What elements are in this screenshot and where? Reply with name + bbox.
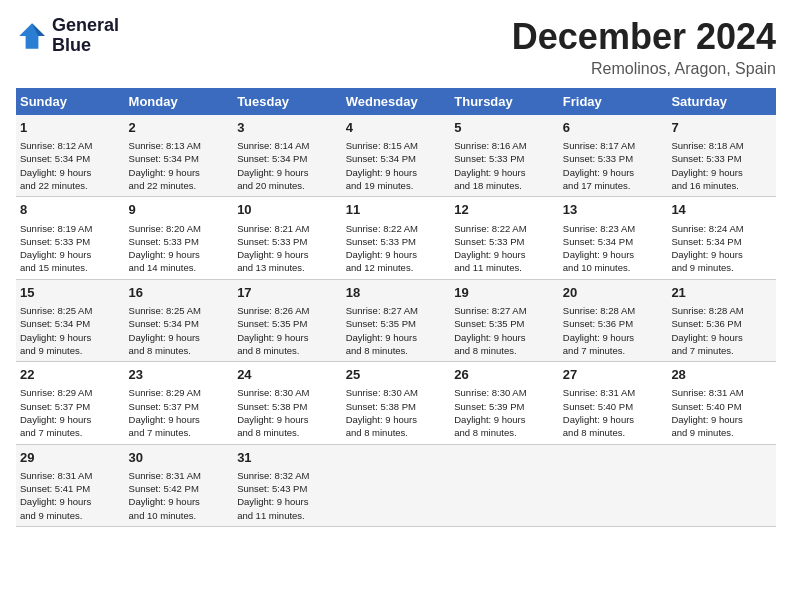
- day-number: 10: [237, 201, 338, 219]
- daylight-minutes: and 7 minutes.: [20, 427, 82, 438]
- sunrise-info: Sunrise: 8:18 AM: [671, 140, 743, 151]
- sunrise-info: Sunrise: 8:17 AM: [563, 140, 635, 151]
- calendar-week-row: 15Sunrise: 8:25 AMSunset: 5:34 PMDayligh…: [16, 279, 776, 361]
- calendar-cell: 14Sunrise: 8:24 AMSunset: 5:34 PMDayligh…: [667, 197, 776, 279]
- daylight-hours: Daylight: 9 hours: [237, 167, 308, 178]
- day-number: 11: [346, 201, 447, 219]
- sunset-info: Sunset: 5:33 PM: [671, 153, 741, 164]
- daylight-hours: Daylight: 9 hours: [129, 414, 200, 425]
- page-header: General Blue December 2024 Remolinos, Ar…: [16, 16, 776, 78]
- col-sunday: Sunday: [16, 88, 125, 115]
- sunrise-info: Sunrise: 8:28 AM: [563, 305, 635, 316]
- sunrise-info: Sunrise: 8:23 AM: [563, 223, 635, 234]
- day-number: 30: [129, 449, 230, 467]
- sunrise-info: Sunrise: 8:25 AM: [129, 305, 201, 316]
- daylight-hours: Daylight: 9 hours: [129, 496, 200, 507]
- logo-text: General Blue: [52, 16, 119, 56]
- daylight-minutes: and 22 minutes.: [129, 180, 197, 191]
- day-number: 19: [454, 284, 555, 302]
- sunset-info: Sunset: 5:34 PM: [129, 318, 199, 329]
- daylight-minutes: and 8 minutes.: [346, 427, 408, 438]
- logo: General Blue: [16, 16, 119, 56]
- sunset-info: Sunset: 5:34 PM: [20, 153, 90, 164]
- sunset-info: Sunset: 5:33 PM: [129, 236, 199, 247]
- day-number: 24: [237, 366, 338, 384]
- daylight-minutes: and 12 minutes.: [346, 262, 414, 273]
- daylight-hours: Daylight: 9 hours: [563, 332, 634, 343]
- daylight-minutes: and 13 minutes.: [237, 262, 305, 273]
- sunrise-info: Sunrise: 8:13 AM: [129, 140, 201, 151]
- sunset-info: Sunset: 5:34 PM: [563, 236, 633, 247]
- calendar-cell: [667, 444, 776, 526]
- day-number: 29: [20, 449, 121, 467]
- daylight-minutes: and 8 minutes.: [454, 345, 516, 356]
- sunset-info: Sunset: 5:35 PM: [237, 318, 307, 329]
- calendar-table: Sunday Monday Tuesday Wednesday Thursday…: [16, 88, 776, 527]
- calendar-cell: 21Sunrise: 8:28 AMSunset: 5:36 PMDayligh…: [667, 279, 776, 361]
- calendar-cell: 25Sunrise: 8:30 AMSunset: 5:38 PMDayligh…: [342, 362, 451, 444]
- sunset-info: Sunset: 5:40 PM: [563, 401, 633, 412]
- calendar-cell: 26Sunrise: 8:30 AMSunset: 5:39 PMDayligh…: [450, 362, 559, 444]
- sunrise-info: Sunrise: 8:12 AM: [20, 140, 92, 151]
- calendar-cell: [559, 444, 668, 526]
- sunset-info: Sunset: 5:33 PM: [20, 236, 90, 247]
- daylight-hours: Daylight: 9 hours: [237, 332, 308, 343]
- location-title: Remolinos, Aragon, Spain: [512, 60, 776, 78]
- daylight-minutes: and 8 minutes.: [129, 345, 191, 356]
- calendar-week-row: 1Sunrise: 8:12 AMSunset: 5:34 PMDaylight…: [16, 115, 776, 197]
- calendar-cell: 28Sunrise: 8:31 AMSunset: 5:40 PMDayligh…: [667, 362, 776, 444]
- sunrise-info: Sunrise: 8:31 AM: [20, 470, 92, 481]
- sunset-info: Sunset: 5:33 PM: [454, 153, 524, 164]
- daylight-minutes: and 20 minutes.: [237, 180, 305, 191]
- calendar-cell: 22Sunrise: 8:29 AMSunset: 5:37 PMDayligh…: [16, 362, 125, 444]
- day-number: 22: [20, 366, 121, 384]
- calendar-week-row: 22Sunrise: 8:29 AMSunset: 5:37 PMDayligh…: [16, 362, 776, 444]
- sunset-info: Sunset: 5:36 PM: [671, 318, 741, 329]
- day-number: 2: [129, 119, 230, 137]
- calendar-cell: 11Sunrise: 8:22 AMSunset: 5:33 PMDayligh…: [342, 197, 451, 279]
- day-number: 25: [346, 366, 447, 384]
- daylight-minutes: and 17 minutes.: [563, 180, 631, 191]
- daylight-hours: Daylight: 9 hours: [563, 167, 634, 178]
- daylight-hours: Daylight: 9 hours: [346, 249, 417, 260]
- daylight-minutes: and 22 minutes.: [20, 180, 88, 191]
- sunrise-info: Sunrise: 8:21 AM: [237, 223, 309, 234]
- day-number: 8: [20, 201, 121, 219]
- daylight-minutes: and 9 minutes.: [20, 510, 82, 521]
- col-monday: Monday: [125, 88, 234, 115]
- sunrise-info: Sunrise: 8:29 AM: [20, 387, 92, 398]
- daylight-hours: Daylight: 9 hours: [20, 167, 91, 178]
- daylight-minutes: and 8 minutes.: [454, 427, 516, 438]
- day-number: 27: [563, 366, 664, 384]
- title-area: December 2024 Remolinos, Aragon, Spain: [512, 16, 776, 78]
- day-number: 15: [20, 284, 121, 302]
- daylight-hours: Daylight: 9 hours: [671, 332, 742, 343]
- daylight-minutes: and 15 minutes.: [20, 262, 88, 273]
- sunset-info: Sunset: 5:33 PM: [237, 236, 307, 247]
- calendar-cell: 15Sunrise: 8:25 AMSunset: 5:34 PMDayligh…: [16, 279, 125, 361]
- sunrise-info: Sunrise: 8:31 AM: [563, 387, 635, 398]
- sunrise-info: Sunrise: 8:16 AM: [454, 140, 526, 151]
- daylight-hours: Daylight: 9 hours: [20, 496, 91, 507]
- daylight-minutes: and 11 minutes.: [454, 262, 522, 273]
- sunrise-info: Sunrise: 8:15 AM: [346, 140, 418, 151]
- sunrise-info: Sunrise: 8:22 AM: [454, 223, 526, 234]
- daylight-hours: Daylight: 9 hours: [129, 249, 200, 260]
- day-number: 17: [237, 284, 338, 302]
- daylight-minutes: and 9 minutes.: [671, 427, 733, 438]
- calendar-cell: 3Sunrise: 8:14 AMSunset: 5:34 PMDaylight…: [233, 115, 342, 197]
- day-number: 13: [563, 201, 664, 219]
- calendar-cell: 2Sunrise: 8:13 AMSunset: 5:34 PMDaylight…: [125, 115, 234, 197]
- daylight-minutes: and 8 minutes.: [346, 345, 408, 356]
- sunrise-info: Sunrise: 8:19 AM: [20, 223, 92, 234]
- calendar-cell: 12Sunrise: 8:22 AMSunset: 5:33 PMDayligh…: [450, 197, 559, 279]
- calendar-cell: 9Sunrise: 8:20 AMSunset: 5:33 PMDaylight…: [125, 197, 234, 279]
- day-number: 21: [671, 284, 772, 302]
- sunrise-info: Sunrise: 8:20 AM: [129, 223, 201, 234]
- sunrise-info: Sunrise: 8:31 AM: [129, 470, 201, 481]
- day-number: 31: [237, 449, 338, 467]
- sunrise-info: Sunrise: 8:30 AM: [346, 387, 418, 398]
- sunrise-info: Sunrise: 8:27 AM: [454, 305, 526, 316]
- sunset-info: Sunset: 5:34 PM: [346, 153, 416, 164]
- day-number: 12: [454, 201, 555, 219]
